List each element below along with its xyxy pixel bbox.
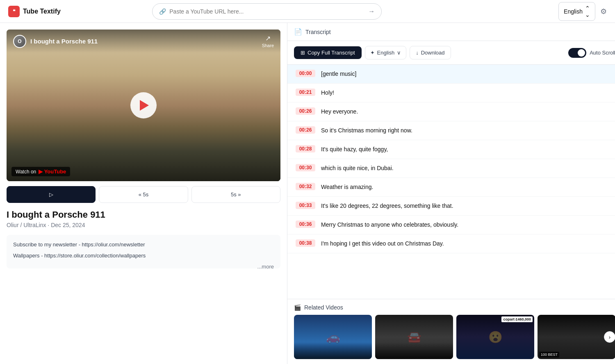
video-info: I bought a Porsche 911 Oliur / UltraLinx… [7, 209, 280, 268]
video-description: Subscribe to my newsletter - https://oli… [7, 235, 280, 268]
rewind-label: « 5s [139, 191, 149, 198]
transcript-text: It's like 20 degrees, 22 degrees, someth… [321, 202, 614, 210]
related-label: 🎬 Related Videos [294, 304, 615, 311]
transcript-item[interactable]: 00:26 Hey everyone. [287, 102, 615, 121]
related-section: 🎬 Related Videos 🚗 🚘 copart £460,000 😮 [287, 299, 615, 364]
transcript-text: which is quite nice, in Dubai. [321, 164, 614, 173]
transcript-item[interactable]: 00:21 Holy! [287, 84, 615, 102]
related-title: Related Videos [304, 304, 343, 311]
copy-transcript-button[interactable]: ⊞ Copy Full Transcript [294, 46, 362, 59]
transcript-item[interactable]: 00:00 [gentle music] [287, 65, 615, 84]
timestamp: 00:00 [296, 70, 315, 77]
play-triangle-icon: ▷ [49, 191, 53, 198]
share-icon: ↗ [265, 34, 271, 42]
url-input[interactable] [169, 8, 365, 15]
settings-button[interactable]: ⚙ [600, 7, 607, 16]
translate-icon: ✦ [370, 50, 375, 56]
transcript-item[interactable]: 00:26 So it's Christmas morning right no… [287, 121, 615, 140]
related-thumb-1[interactable]: 🚗 [294, 315, 372, 359]
video-date: Dec 25, 2024 [51, 222, 85, 228]
transcript-text: Hey everyone. [321, 107, 614, 116]
chevron-icon: ⌃⌄ [585, 5, 590, 18]
youtube-logo: ▶ YouTube [39, 168, 66, 175]
download-icon: ↓ [416, 50, 419, 56]
avatar: O [13, 35, 26, 48]
related-thumb-4[interactable]: 100 BEST [538, 315, 615, 359]
logo-text: Tube Textify [23, 8, 61, 15]
video-top-bar: O I bought a Porsche 911 ↗ Share [7, 30, 280, 53]
video-container: O I bought a Porsche 911 ↗ Share Watch o… [7, 30, 280, 181]
timestamp: 00:32 [296, 183, 315, 190]
transcript-text: It's quite hazy, quite foggy, [321, 145, 614, 154]
header: ❝ Tube Textify 🔗 → English ⌃⌄ ⚙ [0, 0, 615, 23]
youtube-watermark[interactable]: Watch on ▶ YouTube [11, 167, 70, 176]
transcript-item[interactable]: 00:30 which is quite nice, in Dubai. [287, 159, 615, 178]
forward-label: 5s » [231, 191, 241, 198]
url-bar[interactable]: 🔗 → [152, 3, 382, 20]
share-button[interactable]: ↗ Share [262, 34, 274, 48]
transcript-text: Merry Christmas to anyone who celebrates… [321, 221, 614, 229]
timestamp: 00:38 [296, 239, 315, 247]
transcript-language-button[interactable]: ✦ English ∨ [365, 46, 407, 59]
play-button[interactable] [130, 92, 157, 118]
watch-on-label: Watch on [16, 169, 36, 175]
desc-line-2: Wallpapers - https://store.oliur.com/col… [13, 252, 274, 260]
chevron-down-icon: ∨ [397, 50, 401, 56]
transcript-item[interactable]: 00:36 Merry Christmas to anyone who cele… [287, 216, 615, 234]
logo-icon: ❝ [8, 6, 20, 17]
more-button[interactable]: ...more [257, 263, 274, 271]
video-title: I bought a Porsche 911 [7, 209, 280, 220]
timestamp: 00:33 [296, 202, 315, 209]
copy-icon: ⊞ [301, 50, 305, 56]
transcript-title: Transcript [305, 29, 331, 35]
left-panel: O I bought a Porsche 911 ↗ Share Watch o… [0, 23, 287, 364]
timestamp: 00:30 [296, 164, 315, 171]
forward-button[interactable]: 5s » [191, 186, 280, 203]
related-thumb-2[interactable]: 🚘 [375, 315, 453, 359]
auto-scroll-toggle[interactable] [568, 48, 586, 58]
video-thumbnail: O I bought a Porsche 911 ↗ Share Watch o… [7, 30, 280, 181]
logo: ❝ Tube Textify [8, 6, 61, 17]
transcript-item[interactable]: 00:28 It's quite hazy, quite foggy, [287, 140, 615, 159]
right-panel: 📄 Transcript ⊞ Copy Full Transcript ✦ En… [287, 23, 615, 364]
transcript-list: 00:00 [gentle music] 00:21 Holy! 00:26 H… [287, 65, 615, 299]
copy-btn-label: Copy Full Transcript [308, 50, 355, 56]
settings-icon: ⚙ [600, 7, 607, 16]
related-videos-row: 🚗 🚘 copart £460,000 😮 100 BEST › [294, 315, 615, 359]
video-overlay-title: I bought a Porsche 911 [30, 38, 258, 45]
channel-name: Oliur / UltraLinx [7, 222, 46, 228]
main-layout: O I bought a Porsche 911 ↗ Share Watch o… [0, 23, 615, 364]
auto-scroll-label: Auto Scroll [590, 50, 615, 56]
transcript-item[interactable]: 00:33 It's like 20 degrees, 22 degrees, … [287, 197, 615, 216]
related-icon: 🎬 [294, 304, 301, 311]
play-main-button[interactable]: ▷ [7, 186, 96, 203]
transcript-lang-label: English [377, 50, 395, 56]
timestamp: 00:36 [296, 221, 315, 228]
auto-scroll-control: Auto Scroll [568, 48, 615, 58]
transcript-toolbar: ⊞ Copy Full Transcript ✦ English ∨ ↓ Dow… [287, 41, 615, 65]
language-selector[interactable]: English ⌃⌄ [558, 2, 595, 21]
transcript-header: 📄 Transcript [287, 23, 615, 41]
header-right: English ⌃⌄ ⚙ [558, 2, 607, 21]
transcript-item[interactable]: 00:38 I'm hoping I get this video out on… [287, 234, 615, 253]
share-label: Share [262, 43, 274, 48]
transcript-label: 📄 Transcript [294, 28, 615, 36]
toggle-knob [578, 49, 585, 57]
video-meta: Oliur / UltraLinx · Dec 25, 2024 [7, 222, 280, 228]
url-submit-button[interactable]: → [368, 8, 375, 15]
link-icon: 🔗 [159, 8, 166, 15]
transcript-text: I'm hoping I get this video out on Chris… [321, 239, 614, 248]
player-controls: ▷ « 5s 5s » [7, 186, 280, 203]
transcript-text: [gentle music] [321, 70, 614, 78]
transcript-icon: 📄 [294, 28, 302, 36]
related-next-button[interactable]: › [604, 331, 615, 343]
rewind-button[interactable]: « 5s [99, 186, 188, 203]
transcript-item[interactable]: 00:32 Weather is amazing. [287, 178, 615, 197]
language-label: English [564, 8, 583, 15]
transcript-text: Holy! [321, 89, 614, 97]
transcript-text: So it's Christmas morning right now. [321, 126, 614, 135]
download-button[interactable]: ↓ Download [410, 46, 451, 59]
timestamp: 00:21 [296, 89, 315, 96]
timestamp: 00:28 [296, 145, 315, 152]
related-thumb-3[interactable]: copart £460,000 😮 [456, 315, 534, 359]
